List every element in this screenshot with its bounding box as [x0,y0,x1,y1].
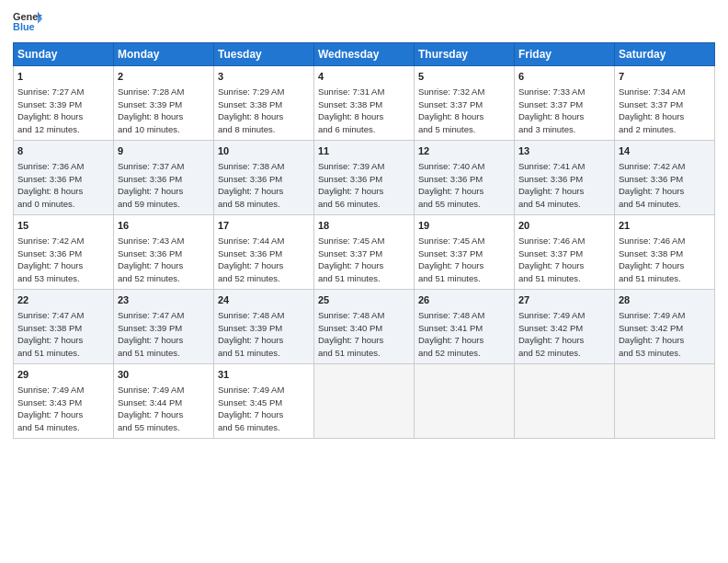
day-number: 15 [17,219,109,234]
calendar-cell [415,364,515,439]
calendar-week-row: 8Sunrise: 7:36 AMSunset: 3:36 PMDaylight… [14,141,715,215]
col-header-thursday: Thursday [415,43,515,66]
calendar-cell: 30Sunrise: 7:49 AMSunset: 3:44 PMDayligh… [114,364,214,439]
day-number: 16 [118,219,210,234]
calendar-cell: 27Sunrise: 7:49 AMSunset: 3:42 PMDayligh… [515,290,615,364]
calendar-cell: 21Sunrise: 7:46 AMSunset: 3:38 PMDayligh… [615,215,715,290]
calendar-cell: 3Sunrise: 7:29 AMSunset: 3:38 PMDaylight… [214,66,314,141]
day-number: 10 [218,144,310,159]
calendar-cell [615,364,715,439]
calendar-cell: 19Sunrise: 7:45 AMSunset: 3:37 PMDayligh… [415,215,515,290]
day-number: 21 [619,219,711,234]
calendar-cell: 25Sunrise: 7:48 AMSunset: 3:40 PMDayligh… [314,290,415,364]
calendar-cell: 14Sunrise: 7:42 AMSunset: 3:36 PMDayligh… [615,141,715,215]
day-number: 20 [518,219,610,234]
calendar-week-row: 29Sunrise: 7:49 AMSunset: 3:43 PMDayligh… [14,364,715,439]
calendar-cell [314,364,415,439]
calendar-cell: 6Sunrise: 7:33 AMSunset: 3:37 PMDaylight… [515,66,615,141]
calendar-header-row: SundayMondayTuesdayWednesdayThursdayFrid… [14,43,715,66]
day-number: 3 [218,70,310,85]
col-header-tuesday: Tuesday [214,43,314,66]
calendar-cell: 15Sunrise: 7:42 AMSunset: 3:36 PMDayligh… [14,215,114,290]
day-number: 29 [17,368,109,383]
calendar-cell: 29Sunrise: 7:49 AMSunset: 3:43 PMDayligh… [14,364,114,439]
calendar-cell: 4Sunrise: 7:31 AMSunset: 3:38 PMDaylight… [314,66,415,141]
day-number: 17 [218,219,310,234]
logo-icon: General Blue [13,9,42,35]
calendar-cell: 13Sunrise: 7:41 AMSunset: 3:36 PMDayligh… [515,141,615,215]
calendar-cell: 18Sunrise: 7:45 AMSunset: 3:37 PMDayligh… [314,215,415,290]
day-number: 24 [218,293,310,308]
calendar-cell: 9Sunrise: 7:37 AMSunset: 3:36 PMDaylight… [114,141,214,215]
calendar-body: 1Sunrise: 7:27 AMSunset: 3:39 PMDaylight… [14,66,715,439]
day-number: 2 [118,70,210,85]
col-header-sunday: Sunday [14,43,114,66]
logo: General Blue [13,9,42,35]
page-container: General Blue SundayMondayTuesdayWednesda… [0,0,728,446]
day-number: 31 [218,368,310,383]
day-number: 9 [118,144,210,159]
calendar-cell: 24Sunrise: 7:48 AMSunset: 3:39 PMDayligh… [214,290,314,364]
header: General Blue [13,9,715,35]
calendar-week-row: 1Sunrise: 7:27 AMSunset: 3:39 PMDaylight… [14,66,715,141]
day-number: 28 [619,293,711,308]
day-number: 11 [318,144,410,159]
day-number: 7 [619,70,711,85]
col-header-monday: Monday [114,43,214,66]
day-number: 5 [418,70,510,85]
calendar-cell: 12Sunrise: 7:40 AMSunset: 3:36 PMDayligh… [415,141,515,215]
calendar-cell: 31Sunrise: 7:49 AMSunset: 3:45 PMDayligh… [214,364,314,439]
calendar-cell: 5Sunrise: 7:32 AMSunset: 3:37 PMDaylight… [415,66,515,141]
calendar-cell: 10Sunrise: 7:38 AMSunset: 3:36 PMDayligh… [214,141,314,215]
calendar-week-row: 22Sunrise: 7:47 AMSunset: 3:38 PMDayligh… [14,290,715,364]
day-number: 4 [318,70,410,85]
calendar-table: SundayMondayTuesdayWednesdayThursdayFrid… [13,42,715,439]
day-number: 22 [17,293,109,308]
day-number: 23 [118,293,210,308]
col-header-wednesday: Wednesday [314,43,415,66]
day-number: 27 [518,293,610,308]
col-header-saturday: Saturday [615,43,715,66]
day-number: 25 [318,293,410,308]
calendar-cell: 7Sunrise: 7:34 AMSunset: 3:37 PMDaylight… [615,66,715,141]
calendar-cell: 22Sunrise: 7:47 AMSunset: 3:38 PMDayligh… [14,290,114,364]
calendar-cell: 17Sunrise: 7:44 AMSunset: 3:36 PMDayligh… [214,215,314,290]
calendar-cell: 16Sunrise: 7:43 AMSunset: 3:36 PMDayligh… [114,215,214,290]
calendar-cell: 26Sunrise: 7:48 AMSunset: 3:41 PMDayligh… [415,290,515,364]
calendar-cell: 8Sunrise: 7:36 AMSunset: 3:36 PMDaylight… [14,141,114,215]
calendar-cell: 2Sunrise: 7:28 AMSunset: 3:39 PMDaylight… [114,66,214,141]
day-number: 1 [17,70,109,85]
day-number: 30 [118,368,210,383]
day-number: 6 [518,70,610,85]
calendar-cell: 11Sunrise: 7:39 AMSunset: 3:36 PMDayligh… [314,141,415,215]
day-number: 14 [619,144,711,159]
calendar-cell: 1Sunrise: 7:27 AMSunset: 3:39 PMDaylight… [14,66,114,141]
day-number: 26 [418,293,510,308]
calendar-cell: 23Sunrise: 7:47 AMSunset: 3:39 PMDayligh… [114,290,214,364]
calendar-cell: 28Sunrise: 7:49 AMSunset: 3:42 PMDayligh… [615,290,715,364]
day-number: 12 [418,144,510,159]
day-number: 19 [418,219,510,234]
day-number: 18 [318,219,410,234]
calendar-cell [515,364,615,439]
svg-text:Blue: Blue [13,21,35,32]
day-number: 13 [518,144,610,159]
calendar-week-row: 15Sunrise: 7:42 AMSunset: 3:36 PMDayligh… [14,215,715,290]
calendar-cell: 20Sunrise: 7:46 AMSunset: 3:37 PMDayligh… [515,215,615,290]
day-number: 8 [17,144,109,159]
col-header-friday: Friday [515,43,615,66]
